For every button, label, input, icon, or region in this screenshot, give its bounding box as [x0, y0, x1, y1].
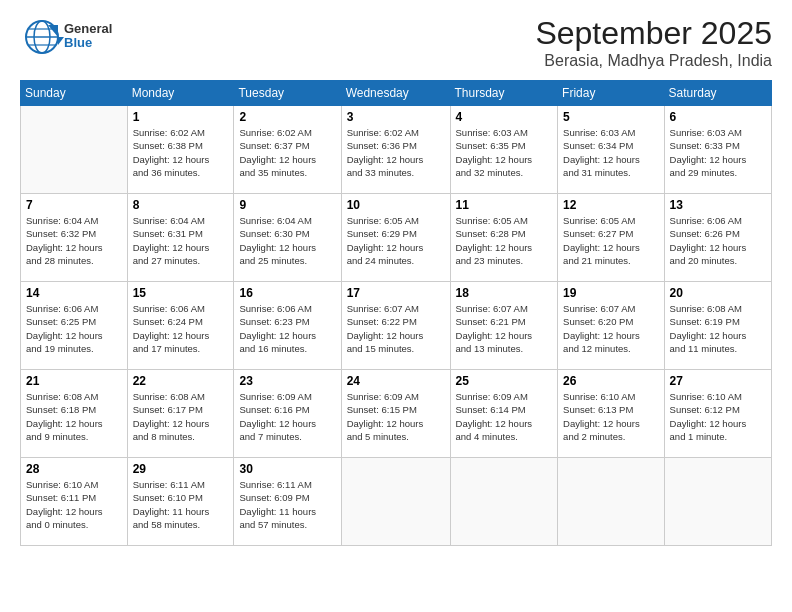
day-number: 14: [26, 286, 122, 300]
day-number: 5: [563, 110, 658, 124]
day-number: 29: [133, 462, 229, 476]
day-number: 4: [456, 110, 553, 124]
day-info: Sunrise: 6:08 AM Sunset: 6:17 PM Dayligh…: [133, 390, 229, 443]
day-info: Sunrise: 6:06 AM Sunset: 6:23 PM Dayligh…: [239, 302, 335, 355]
col-thursday: Thursday: [450, 81, 558, 106]
table-row: 15Sunrise: 6:06 AM Sunset: 6:24 PM Dayli…: [127, 282, 234, 370]
table-row: 28Sunrise: 6:10 AM Sunset: 6:11 PM Dayli…: [21, 458, 128, 546]
calendar-week-row: 1Sunrise: 6:02 AM Sunset: 6:38 PM Daylig…: [21, 106, 772, 194]
table-row: 12Sunrise: 6:05 AM Sunset: 6:27 PM Dayli…: [558, 194, 664, 282]
day-number: 26: [563, 374, 658, 388]
table-row: 26Sunrise: 6:10 AM Sunset: 6:13 PM Dayli…: [558, 370, 664, 458]
day-number: 18: [456, 286, 553, 300]
day-number: 17: [347, 286, 445, 300]
day-number: 7: [26, 198, 122, 212]
table-row: 27Sunrise: 6:10 AM Sunset: 6:12 PM Dayli…: [664, 370, 771, 458]
calendar-header-row: Sunday Monday Tuesday Wednesday Thursday…: [21, 81, 772, 106]
table-row: 30Sunrise: 6:11 AM Sunset: 6:09 PM Dayli…: [234, 458, 341, 546]
calendar-week-row: 14Sunrise: 6:06 AM Sunset: 6:25 PM Dayli…: [21, 282, 772, 370]
day-number: 16: [239, 286, 335, 300]
day-number: 25: [456, 374, 553, 388]
logo: General Blue: [20, 15, 130, 64]
table-row: 22Sunrise: 6:08 AM Sunset: 6:17 PM Dayli…: [127, 370, 234, 458]
day-info: Sunrise: 6:03 AM Sunset: 6:35 PM Dayligh…: [456, 126, 553, 179]
table-row: 7Sunrise: 6:04 AM Sunset: 6:32 PM Daylig…: [21, 194, 128, 282]
table-row: 6Sunrise: 6:03 AM Sunset: 6:33 PM Daylig…: [664, 106, 771, 194]
col-monday: Monday: [127, 81, 234, 106]
day-info: Sunrise: 6:10 AM Sunset: 6:12 PM Dayligh…: [670, 390, 766, 443]
table-row: [341, 458, 450, 546]
day-info: Sunrise: 6:07 AM Sunset: 6:22 PM Dayligh…: [347, 302, 445, 355]
col-wednesday: Wednesday: [341, 81, 450, 106]
col-friday: Friday: [558, 81, 664, 106]
table-row: [21, 106, 128, 194]
table-row: 1Sunrise: 6:02 AM Sunset: 6:38 PM Daylig…: [127, 106, 234, 194]
day-info: Sunrise: 6:06 AM Sunset: 6:25 PM Dayligh…: [26, 302, 122, 355]
day-info: Sunrise: 6:09 AM Sunset: 6:14 PM Dayligh…: [456, 390, 553, 443]
day-info: Sunrise: 6:02 AM Sunset: 6:36 PM Dayligh…: [347, 126, 445, 179]
table-row: 29Sunrise: 6:11 AM Sunset: 6:10 PM Dayli…: [127, 458, 234, 546]
table-row: 9Sunrise: 6:04 AM Sunset: 6:30 PM Daylig…: [234, 194, 341, 282]
table-row: 18Sunrise: 6:07 AM Sunset: 6:21 PM Dayli…: [450, 282, 558, 370]
day-info: Sunrise: 6:10 AM Sunset: 6:13 PM Dayligh…: [563, 390, 658, 443]
day-number: 6: [670, 110, 766, 124]
table-row: 11Sunrise: 6:05 AM Sunset: 6:28 PM Dayli…: [450, 194, 558, 282]
col-sunday: Sunday: [21, 81, 128, 106]
location-subtitle: Berasia, Madhya Pradesh, India: [535, 52, 772, 70]
header: General Blue September 2025 Berasia, Mad…: [20, 15, 772, 70]
title-block: September 2025 Berasia, Madhya Pradesh, …: [535, 15, 772, 70]
day-number: 20: [670, 286, 766, 300]
table-row: [558, 458, 664, 546]
day-info: Sunrise: 6:07 AM Sunset: 6:21 PM Dayligh…: [456, 302, 553, 355]
table-row: 3Sunrise: 6:02 AM Sunset: 6:36 PM Daylig…: [341, 106, 450, 194]
month-title: September 2025: [535, 15, 772, 52]
day-number: 2: [239, 110, 335, 124]
day-info: Sunrise: 6:04 AM Sunset: 6:30 PM Dayligh…: [239, 214, 335, 267]
table-row: 25Sunrise: 6:09 AM Sunset: 6:14 PM Dayli…: [450, 370, 558, 458]
day-number: 15: [133, 286, 229, 300]
day-info: Sunrise: 6:03 AM Sunset: 6:33 PM Dayligh…: [670, 126, 766, 179]
calendar-week-row: 28Sunrise: 6:10 AM Sunset: 6:11 PM Dayli…: [21, 458, 772, 546]
calendar-week-row: 21Sunrise: 6:08 AM Sunset: 6:18 PM Dayli…: [21, 370, 772, 458]
day-number: 19: [563, 286, 658, 300]
day-number: 22: [133, 374, 229, 388]
day-info: Sunrise: 6:06 AM Sunset: 6:26 PM Dayligh…: [670, 214, 766, 267]
table-row: 17Sunrise: 6:07 AM Sunset: 6:22 PM Dayli…: [341, 282, 450, 370]
day-info: Sunrise: 6:04 AM Sunset: 6:32 PM Dayligh…: [26, 214, 122, 267]
table-row: [664, 458, 771, 546]
col-tuesday: Tuesday: [234, 81, 341, 106]
table-row: 14Sunrise: 6:06 AM Sunset: 6:25 PM Dayli…: [21, 282, 128, 370]
day-info: Sunrise: 6:07 AM Sunset: 6:20 PM Dayligh…: [563, 302, 658, 355]
table-row: [450, 458, 558, 546]
table-row: 21Sunrise: 6:08 AM Sunset: 6:18 PM Dayli…: [21, 370, 128, 458]
calendar-week-row: 7Sunrise: 6:04 AM Sunset: 6:32 PM Daylig…: [21, 194, 772, 282]
day-number: 23: [239, 374, 335, 388]
table-row: 24Sunrise: 6:09 AM Sunset: 6:15 PM Dayli…: [341, 370, 450, 458]
calendar-table: Sunday Monday Tuesday Wednesday Thursday…: [20, 80, 772, 546]
table-row: 10Sunrise: 6:05 AM Sunset: 6:29 PM Dayli…: [341, 194, 450, 282]
table-row: 8Sunrise: 6:04 AM Sunset: 6:31 PM Daylig…: [127, 194, 234, 282]
day-number: 3: [347, 110, 445, 124]
day-number: 21: [26, 374, 122, 388]
svg-text:General: General: [64, 21, 112, 36]
day-info: Sunrise: 6:02 AM Sunset: 6:38 PM Dayligh…: [133, 126, 229, 179]
day-number: 13: [670, 198, 766, 212]
day-number: 24: [347, 374, 445, 388]
day-info: Sunrise: 6:03 AM Sunset: 6:34 PM Dayligh…: [563, 126, 658, 179]
day-number: 10: [347, 198, 445, 212]
day-number: 1: [133, 110, 229, 124]
day-number: 9: [239, 198, 335, 212]
day-info: Sunrise: 6:09 AM Sunset: 6:16 PM Dayligh…: [239, 390, 335, 443]
day-info: Sunrise: 6:05 AM Sunset: 6:29 PM Dayligh…: [347, 214, 445, 267]
table-row: 13Sunrise: 6:06 AM Sunset: 6:26 PM Dayli…: [664, 194, 771, 282]
table-row: 16Sunrise: 6:06 AM Sunset: 6:23 PM Dayli…: [234, 282, 341, 370]
day-info: Sunrise: 6:02 AM Sunset: 6:37 PM Dayligh…: [239, 126, 335, 179]
day-info: Sunrise: 6:05 AM Sunset: 6:28 PM Dayligh…: [456, 214, 553, 267]
table-row: 2Sunrise: 6:02 AM Sunset: 6:37 PM Daylig…: [234, 106, 341, 194]
day-info: Sunrise: 6:04 AM Sunset: 6:31 PM Dayligh…: [133, 214, 229, 267]
table-row: 4Sunrise: 6:03 AM Sunset: 6:35 PM Daylig…: [450, 106, 558, 194]
day-info: Sunrise: 6:09 AM Sunset: 6:15 PM Dayligh…: [347, 390, 445, 443]
day-info: Sunrise: 6:10 AM Sunset: 6:11 PM Dayligh…: [26, 478, 122, 531]
day-info: Sunrise: 6:05 AM Sunset: 6:27 PM Dayligh…: [563, 214, 658, 267]
table-row: 5Sunrise: 6:03 AM Sunset: 6:34 PM Daylig…: [558, 106, 664, 194]
